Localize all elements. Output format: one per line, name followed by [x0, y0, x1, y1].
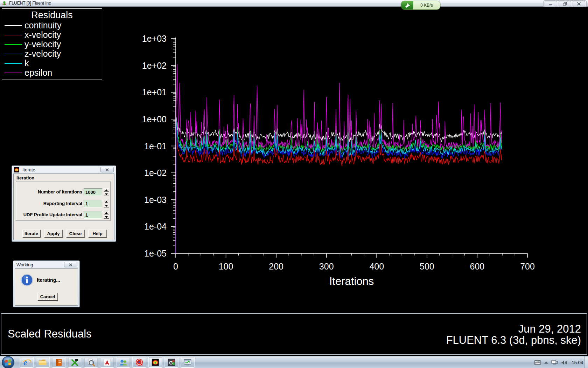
legend-entry-label: continuity	[24, 20, 62, 30]
y-tick-label: 1e+02	[142, 61, 167, 70]
plot-caption: Scaled Residuals	[8, 328, 92, 340]
apply-button[interactable]: Apply	[44, 230, 63, 237]
taskbar-item-fluent[interactable]	[148, 357, 162, 368]
minimize-button[interactable]	[545, 1, 557, 6]
net-speed-value: 0 KB/s	[413, 1, 440, 9]
volume-icon[interactable]	[561, 360, 567, 365]
system-monitor-icon	[183, 358, 192, 367]
file-explorer-icon	[38, 358, 47, 367]
taskbar: eG 15:04	[0, 356, 588, 368]
cancel-button[interactable]: Cancel	[37, 293, 58, 300]
legend-entry: y-velocity	[2, 40, 102, 49]
legend-entry: epsilon	[2, 68, 102, 77]
svg-text:G: G	[169, 360, 173, 365]
x-axis-title: Iterations	[329, 275, 374, 287]
net-speed-widget[interactable]: 0 KB/s	[401, 1, 440, 10]
y-tick-label: 1e+03	[142, 34, 167, 43]
working-dialog: Working Iterating... Cancel	[13, 260, 80, 307]
search-viewer-icon	[86, 358, 96, 367]
system-tray: 15:04	[534, 356, 583, 368]
keyboard-icon[interactable]	[534, 360, 541, 365]
date-label: Jun 29, 2012	[446, 323, 581, 335]
x-tick-label: 700	[520, 261, 535, 271]
y-tick-label: 1e-04	[144, 222, 167, 231]
x-tick-label: 500	[420, 261, 434, 271]
iterate-dialog: Iterate Iteration Number of IterationsRe…	[12, 165, 116, 242]
x-design-app-icon	[70, 358, 79, 367]
window-title: FLUENT [0] Fluent Inc	[9, 1, 51, 6]
hidden-icons-button[interactable]	[544, 361, 548, 364]
taskbar-item-system-monitor[interactable]	[181, 357, 195, 368]
app-titlebar: FLUENT [0] Fluent Inc	[0, 0, 588, 7]
footer-right: Jun 29, 2012 FLUENT 6.3 (3d, pbns, ske)	[446, 323, 581, 346]
working-dialog-body: Iterating... Cancel	[15, 268, 78, 306]
legend-entry-label: z-velocity	[24, 49, 61, 59]
x-tick-label: 600	[470, 261, 485, 271]
number-of-iterations-label: Number of Iterations	[38, 189, 82, 195]
spinner-down-button[interactable]	[104, 204, 109, 207]
taskbar-item-file-explorer[interactable]	[36, 357, 50, 368]
iterate-dialog-body: Iteration Number of IterationsReporting …	[13, 173, 114, 240]
working-dialog-title: Working	[16, 262, 33, 267]
iterate-dialog-close-icon[interactable]	[100, 167, 114, 172]
svg-text:e: e	[23, 358, 27, 367]
window-controls	[543, 0, 587, 7]
working-dialog-titlebar[interactable]: Working	[13, 261, 79, 268]
spinner-up-button[interactable]	[104, 200, 109, 203]
field-row: Reporting Interval	[14, 200, 115, 207]
number-of-iterations-input[interactable]	[84, 188, 102, 196]
iterate-button[interactable]: Iterate	[22, 230, 40, 237]
taskbar-item-address-book[interactable]	[52, 357, 66, 368]
taskbar-item-adobe-reader[interactable]	[100, 357, 114, 368]
y-tick-label: 1e-03	[144, 195, 167, 205]
gambit-icon: G	[167, 358, 176, 367]
y-tick-label: 1e+01	[142, 87, 167, 97]
taskbar-item-gambit[interactable]: G	[164, 357, 178, 368]
fluent-icon	[151, 358, 160, 367]
legend-line-sample	[5, 54, 22, 54]
spinner-down-button[interactable]	[104, 192, 109, 196]
reporting-interval-label: Reporting Interval	[43, 201, 82, 206]
adobe-reader-icon	[103, 358, 112, 367]
taskbar-item-media-player[interactable]	[132, 357, 146, 368]
info-icon	[21, 274, 33, 288]
show-desktop-button[interactable]	[584, 356, 588, 368]
udf-profile-update-interval-input[interactable]	[84, 211, 102, 219]
taskbar-item-messenger[interactable]	[116, 357, 130, 368]
legend-line-sample	[5, 73, 22, 73]
residual-curve-y-velocity	[176, 119, 502, 253]
number-of-iterations-spinner	[104, 188, 109, 196]
residuals-legend: Residuals continuityx-velocityy-velocity…	[2, 8, 102, 80]
reporting-interval-input[interactable]	[84, 200, 102, 207]
legend-rows: continuityx-velocityy-velocityz-velocity…	[2, 21, 102, 77]
taskbar-item-search-viewer[interactable]	[84, 357, 98, 368]
x-tick-label: 400	[369, 261, 384, 271]
iterate-dialog-titlebar[interactable]: Iterate	[12, 166, 116, 173]
footer-panel: Scaled Residuals Jun 29, 2012 FLUENT 6.3…	[1, 313, 587, 355]
taskbar-items: eG	[20, 357, 195, 368]
legend-entry: k	[2, 59, 102, 68]
legend-entry-label: y-velocity	[24, 39, 61, 49]
taskbar-clock[interactable]: 15:04	[572, 360, 583, 365]
spinner-down-button[interactable]	[104, 215, 109, 219]
close-button[interactable]	[573, 1, 585, 6]
taskbar-item-internet-explorer[interactable]: e	[20, 357, 34, 368]
working-dialog-close-icon[interactable]	[64, 262, 77, 267]
network-icon[interactable]	[551, 360, 558, 365]
spinner-up-button[interactable]	[104, 211, 109, 214]
help-button[interactable]: Help	[88, 230, 107, 237]
iteration-group-label: Iteration	[16, 175, 34, 180]
y-tick-label: 1e-02	[144, 168, 167, 178]
close-button[interactable]: Close	[66, 230, 85, 237]
field-row: Number of Iterations	[14, 188, 115, 196]
taskbar-item-x-design-app[interactable]	[68, 357, 82, 368]
x-tick-label: 100	[219, 261, 233, 271]
restore-button[interactable]	[559, 1, 571, 6]
start-button[interactable]	[1, 356, 15, 368]
fluent-app-icon	[2, 1, 7, 6]
residual-curve-continuity	[176, 116, 502, 253]
spinner-up-button[interactable]	[104, 188, 109, 192]
udf-profile-update-interval-label: UDF Profile Update Interval	[23, 212, 82, 217]
fluent-dialog-icon	[14, 167, 19, 172]
legend-line-sample	[5, 63, 22, 64]
